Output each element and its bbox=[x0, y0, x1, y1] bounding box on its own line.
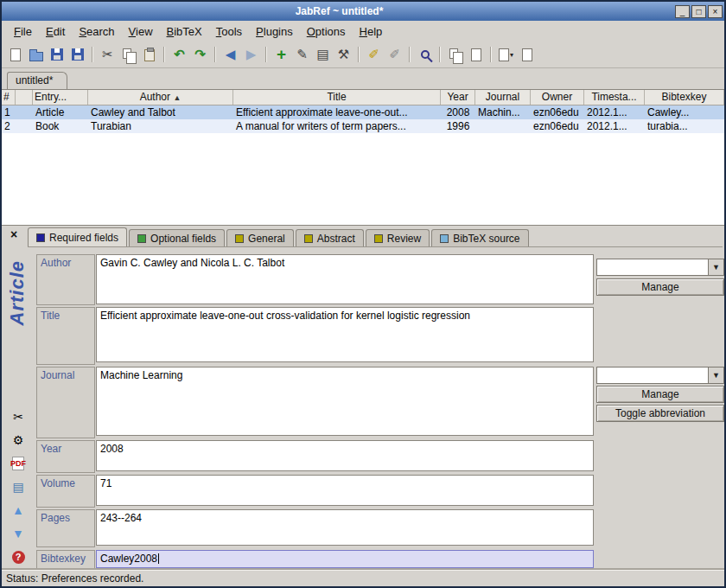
unmark-entries-icon[interactable]: ✐ bbox=[385, 46, 404, 64]
edit-entry-icon[interactable]: ✎ bbox=[293, 46, 311, 64]
tab-review[interactable]: Review bbox=[366, 229, 430, 246]
next-entry-icon[interactable]: ▼ bbox=[10, 526, 26, 541]
save-database-icon[interactable] bbox=[48, 46, 66, 64]
toolbar: ✂ ↶ ↷ ◀ ▶ + ✎ ▤ ⚒ ✐ ✐ ▾ bbox=[2, 42, 724, 68]
help-icon[interactable]: ? bbox=[10, 549, 26, 565]
journal-manage-button[interactable]: Manage bbox=[596, 386, 724, 403]
field-row-pages: Pages 243--264 bbox=[36, 509, 723, 548]
title-field[interactable]: Efficient approximate leave-one-out cros… bbox=[96, 307, 594, 362]
table-row[interactable]: 1 Article Cawley and Talbot Efficient ap… bbox=[2, 105, 724, 119]
back-icon[interactable]: ◀ bbox=[221, 46, 239, 64]
column-header-year[interactable]: Year bbox=[441, 90, 475, 105]
minimize-button[interactable]: _ bbox=[675, 5, 690, 18]
cell-number: 2 bbox=[2, 119, 16, 133]
menu-search[interactable]: Search bbox=[72, 22, 121, 41]
column-header-journal[interactable]: Journal bbox=[475, 90, 531, 105]
menu-view[interactable]: View bbox=[122, 22, 160, 41]
menu-file[interactable]: File bbox=[7, 22, 39, 41]
pdf-icon[interactable]: PDF bbox=[10, 456, 26, 471]
open-database-icon[interactable] bbox=[27, 46, 45, 64]
toggle-abbreviation-button[interactable]: Toggle abbreviation bbox=[596, 405, 724, 422]
preview-icon[interactable] bbox=[467, 46, 485, 64]
prev-entry-icon[interactable]: ▲ bbox=[10, 502, 26, 518]
new-entry-icon[interactable]: + bbox=[272, 46, 290, 64]
edit-preamble-icon[interactable]: ▤ bbox=[314, 46, 332, 64]
undo-icon[interactable]: ↶ bbox=[170, 46, 188, 64]
paste-icon[interactable] bbox=[140, 46, 158, 64]
editor-fields: Author Gavin C. Cawley and Nicola L. C. … bbox=[36, 250, 723, 568]
gear-icon[interactable]: ⚙ bbox=[10, 432, 26, 448]
tab-bibtex-source[interactable]: BibTeX source bbox=[431, 229, 528, 246]
column-header-author[interactable]: Author ▲ bbox=[88, 90, 233, 105]
pages-label: Pages bbox=[36, 509, 95, 547]
floppy-shape bbox=[51, 48, 63, 61]
redo-icon[interactable]: ↷ bbox=[191, 46, 209, 64]
save-all-icon[interactable] bbox=[68, 46, 86, 64]
year-field[interactable]: 2008 bbox=[96, 440, 594, 471]
menu-edit[interactable]: Edit bbox=[39, 22, 72, 41]
mark-entries-icon[interactable]: ✐ bbox=[365, 46, 383, 64]
tab-optional-fields[interactable]: Optional fields bbox=[129, 229, 225, 246]
tab-general[interactable]: General bbox=[226, 229, 294, 246]
volume-field[interactable]: 71 bbox=[96, 475, 594, 506]
tab-abstract[interactable]: Abstract bbox=[296, 229, 364, 246]
cut-icon[interactable]: ✂ bbox=[99, 46, 117, 64]
column-header-number[interactable]: # bbox=[2, 90, 16, 105]
volume-label: Volume bbox=[36, 475, 95, 508]
maximize-button[interactable]: □ bbox=[691, 5, 706, 18]
toolbar-separator bbox=[163, 47, 165, 62]
column-header-owner[interactable]: Owner bbox=[531, 90, 584, 105]
file-icon[interactable]: ▤ bbox=[10, 479, 26, 495]
column-header-icon[interactable] bbox=[16, 90, 33, 105]
author-label: Author bbox=[36, 254, 95, 305]
cell-journal: Machin... bbox=[475, 105, 531, 119]
tab-label: BibTeX source bbox=[453, 233, 519, 245]
cell-year: 2008 bbox=[441, 105, 475, 119]
toolbar-separator bbox=[265, 47, 267, 62]
field-row-volume: Volume 71 bbox=[36, 475, 723, 508]
fetch-icon[interactable]: ▾ bbox=[497, 46, 515, 64]
menu-bibtex[interactable]: BibTeX bbox=[160, 22, 209, 41]
field-row-title: Title Efficient approximate leave-one-ou… bbox=[36, 307, 723, 366]
cell-icon bbox=[16, 105, 33, 119]
page-shape bbox=[10, 48, 21, 61]
new-database-icon[interactable] bbox=[6, 46, 24, 64]
close-button[interactable]: × bbox=[708, 5, 723, 18]
column-header-entrytype[interactable]: Entry... bbox=[33, 90, 88, 105]
search-icon[interactable] bbox=[416, 46, 434, 64]
push-to-app-icon[interactable] bbox=[518, 46, 536, 64]
title-bar[interactable]: JabRef ~ untitled* _ □ × bbox=[2, 2, 724, 21]
editor-close-button[interactable]: × bbox=[8, 229, 20, 241]
menu-tools[interactable]: Tools bbox=[209, 22, 249, 41]
toolbar-separator bbox=[358, 47, 360, 62]
toolbar-separator bbox=[409, 47, 411, 62]
column-header-timestamp[interactable]: Timesta... bbox=[584, 90, 645, 105]
author-manage-button[interactable]: Manage bbox=[596, 278, 724, 296]
author-field[interactable]: Gavin C. Cawley and Nicola L. C. Talbot bbox=[96, 254, 594, 304]
file-tab-untitled[interactable]: untitled* bbox=[7, 72, 67, 89]
menu-options[interactable]: Options bbox=[300, 22, 353, 41]
author-name-format-select[interactable]: ▼ bbox=[596, 259, 724, 276]
forward-icon[interactable]: ▶ bbox=[242, 46, 260, 64]
bibtexkey-field[interactable]: Cawley2008 bbox=[96, 550, 594, 568]
cut-tool-icon[interactable]: ✂ bbox=[10, 409, 26, 425]
copy-icon[interactable] bbox=[119, 46, 137, 64]
cell-author: Cawley and Talbot bbox=[88, 105, 233, 119]
journal-field[interactable]: Machine Learning bbox=[96, 367, 594, 436]
column-header-bibtexkey[interactable]: Bibtexkey bbox=[645, 90, 724, 105]
tab-required-fields[interactable]: Required fields bbox=[28, 227, 127, 246]
menu-plugins[interactable]: Plugins bbox=[249, 22, 300, 41]
menu-help[interactable]: Help bbox=[353, 22, 390, 41]
cell-timestamp: 2012.1... bbox=[584, 119, 645, 133]
column-header-title[interactable]: Title bbox=[233, 90, 441, 105]
journal-select[interactable]: ▼ bbox=[596, 367, 724, 384]
general-icon bbox=[235, 234, 244, 243]
copy-key-icon[interactable] bbox=[446, 46, 464, 64]
magnifier-shape bbox=[421, 50, 430, 59]
editor-left-strip: Article ✂ ⚙ PDF ▤ ▲ ▼ ? bbox=[2, 248, 35, 570]
pages-field[interactable]: 243--264 bbox=[96, 509, 594, 546]
folder-shape bbox=[29, 52, 43, 61]
entry-table: # Entry... Author ▲ Title Year Journal O… bbox=[2, 89, 724, 225]
table-row[interactable]: 2 Book Turabian A manual for writers of … bbox=[2, 119, 724, 133]
edit-strings-icon[interactable]: ⚒ bbox=[334, 46, 353, 64]
